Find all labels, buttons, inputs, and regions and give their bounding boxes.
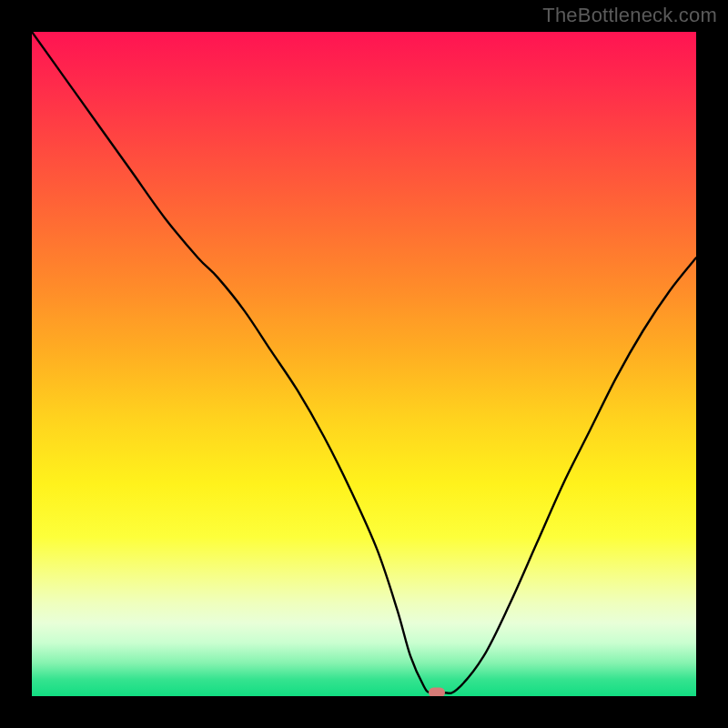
plot-area [32,32,696,696]
bottleneck-curve [32,32,696,696]
chart-frame: TheBottleneck.com [0,0,728,728]
optimal-marker [429,688,445,696]
watermark-text: TheBottleneck.com [542,4,717,27]
